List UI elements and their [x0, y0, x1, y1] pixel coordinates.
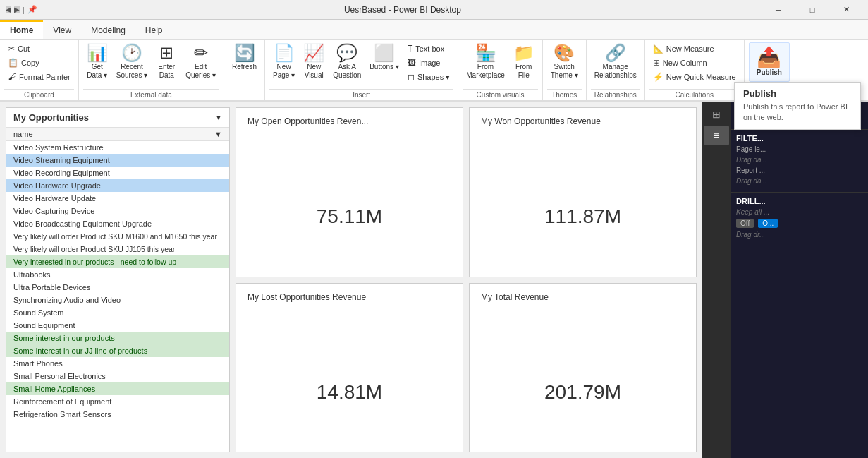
list-item[interactable]: Sound System: [6, 306, 229, 319]
list-item[interactable]: Reinforcement of Equipment: [6, 395, 229, 408]
new-visual-icon: 📈: [303, 44, 324, 61]
visualizations-icon-button[interactable]: ⊞: [704, 104, 729, 124]
edit-queries-icon: ✏: [194, 44, 208, 61]
list-item[interactable]: Smart Phones: [6, 357, 229, 370]
kpi-value-open: 75.11M: [247, 205, 451, 228]
enter-data-button[interactable]: ⊞ EnterData: [152, 42, 181, 82]
text-box-button[interactable]: T Text box: [404, 42, 453, 55]
panel-header: My Opportunities ▼: [6, 108, 229, 128]
list-item[interactable]: Some interest in our JJ line of products: [6, 344, 229, 357]
get-data-button[interactable]: 📊 GetData ▾: [83, 42, 111, 82]
insert-label: Insert: [269, 89, 453, 100]
list-item[interactable]: Video Broadcasting Equipment Upgrade: [6, 217, 229, 230]
list-item[interactable]: Video Streaming Equipment: [6, 154, 229, 167]
ribbon-group-custom-visuals: 🏪 FromMarketplace 📁 FromFile Custom visu…: [458, 40, 542, 100]
external-data-label: External data: [83, 89, 219, 100]
tab-modeling[interactable]: Modeling: [81, 20, 135, 39]
list-item[interactable]: Small Home Appliances: [6, 382, 229, 395]
separator: |: [23, 6, 25, 14]
back-button[interactable]: ◀: [6, 6, 11, 13]
ribbon-group-relationships: 🔗 ManageRelationships Relationships: [587, 40, 645, 100]
list-item[interactable]: Video System Restructure: [6, 141, 229, 154]
switch-theme-button[interactable]: 🎨 SwitchTheme ▾: [547, 42, 582, 82]
panel-title: My Opportunities: [13, 112, 89, 123]
list-item[interactable]: Ultrabooks: [6, 268, 229, 281]
edit-queries-button[interactable]: ✏ EditQueries ▾: [182, 42, 219, 82]
themes-label: Themes: [547, 89, 582, 100]
kpi-card-total[interactable]: My Total Revenue 201.79M: [469, 283, 697, 453]
new-page-button[interactable]: 📄 NewPage ▾: [269, 42, 298, 82]
drillthrough-toggle[interactable]: Off O...: [736, 216, 862, 231]
from-file-button[interactable]: 📁 FromFile: [510, 42, 538, 82]
left-panel: My Opportunities ▼ name ▼ Video System R…: [6, 107, 230, 452]
list-item[interactable]: Refrigeration Smart Sensors: [6, 408, 229, 421]
tab-help[interactable]: Help: [135, 20, 173, 39]
tab-home[interactable]: Home: [0, 20, 43, 39]
list-item[interactable]: Very likely will order Product SKU JJ105…: [6, 243, 229, 255]
refresh-button[interactable]: 🔄 Refresh: [228, 42, 260, 73]
publish-button[interactable]: 📤 Publish: [749, 42, 790, 82]
ribbon-group-calculations: 📐 New Measure ⊞ New Column ⚡ New Quick M…: [645, 40, 745, 100]
list-item[interactable]: Small Personal Electronics: [6, 370, 229, 382]
maximize-button[interactable]: □: [796, 0, 829, 20]
kpi-value-lost: 14.81M: [247, 381, 451, 404]
ribbon-group-refresh: 🔄 Refresh: [224, 40, 265, 100]
forward-button[interactable]: ▶: [14, 6, 20, 13]
panel-list[interactable]: Video System Restructure Video Streaming…: [6, 141, 229, 452]
new-column-button[interactable]: ⊞ New Column: [649, 56, 740, 69]
copy-icon: 📋: [8, 58, 18, 68]
list-item[interactable]: Video Hardware Update: [6, 192, 229, 205]
list-item[interactable]: Video Hardware Upgrade: [6, 179, 229, 192]
kpi-card-lost[interactable]: My Lost Opportunities Revenue 14.81M: [236, 283, 463, 453]
buttons-button[interactable]: ⬜ Buttons ▾: [366, 42, 403, 73]
window-action-buttons: ─ □ ✕: [762, 0, 862, 20]
filters-section: FILTE... Page le... Drag da... Report ..…: [731, 130, 868, 193]
manage-relationships-icon: 🔗: [605, 44, 626, 61]
from-marketplace-button[interactable]: 🏪 FromMarketplace: [463, 42, 508, 82]
list-item[interactable]: Some interest in our products: [6, 332, 229, 344]
list-item[interactable]: Video Capturing Device: [6, 205, 229, 217]
relationships-buttons: 🔗 ManageRelationships: [591, 42, 640, 88]
drillthrough-section: DRILL... Keep all ... Off O... Drag dr..…: [731, 193, 868, 243]
minimize-button[interactable]: ─: [762, 0, 795, 20]
recent-sources-button[interactable]: 🕑 RecentSources ▾: [113, 42, 151, 82]
get-data-icon: 📊: [87, 44, 108, 61]
clipboard-label: Clipboard: [4, 89, 74, 100]
fields-icon-button[interactable]: ≡: [704, 126, 729, 145]
new-column-icon: ⊞: [653, 58, 660, 68]
drag-placeholder: Drag dr...: [736, 231, 862, 239]
list-item[interactable]: Very likely will order Product SKU M1600…: [6, 230, 229, 243]
kpi-card-won[interactable]: My Won Opportunities Revenue 111.87M: [469, 107, 697, 277]
list-item[interactable]: Video Recording Equipment: [6, 167, 229, 179]
copy-button[interactable]: 📋 Copy: [4, 56, 74, 69]
new-quick-measure-button[interactable]: ⚡ New Quick Measure: [649, 71, 740, 83]
format-painter-button[interactable]: 🖌 Format Painter: [4, 71, 74, 83]
list-item[interactable]: Ultra Portable Devices: [6, 281, 229, 294]
publish-tooltip: Publish Publish this report to Power BI …: [734, 82, 861, 130]
filters-panel: Values Add da... FILTE... Page le... Dra…: [731, 102, 868, 458]
close-button[interactable]: ✕: [830, 0, 862, 20]
kpi-card-open[interactable]: My Open Opportunities Reven... 75.11M: [236, 107, 463, 277]
ribbon-group-external-data: 📊 GetData ▾ 🕑 RecentSources ▾ ⊞ EnterDat…: [79, 40, 224, 100]
tab-view[interactable]: View: [43, 20, 81, 39]
ask-question-button[interactable]: 💬 Ask AQuestion: [329, 42, 365, 82]
list-item[interactable]: Sound Equipment: [6, 319, 229, 332]
cut-button[interactable]: ✂ Cut: [4, 42, 74, 55]
insert-buttons: 📄 NewPage ▾ 📈 NewVisual 💬 Ask AQuestion …: [269, 42, 453, 88]
list-item[interactable]: Very interested in our products - need t…: [6, 255, 229, 268]
refresh-label: [228, 97, 260, 100]
list-item[interactable]: Synchronizing Audio and Video: [6, 294, 229, 306]
toggle-on-label: O...: [758, 219, 778, 228]
from-marketplace-icon: 🏪: [475, 44, 496, 61]
shapes-button[interactable]: ◻ Shapes ▾: [404, 71, 453, 83]
publish-icon: 📤: [757, 47, 781, 67]
new-visual-button[interactable]: 📈 NewVisual: [300, 42, 328, 82]
image-button[interactable]: 🖼 Image: [404, 56, 453, 69]
manage-relationships-button[interactable]: 🔗 ManageRelationships: [591, 42, 640, 82]
kpi-value-won: 111.87M: [481, 205, 685, 228]
tooltip-text: Publish this report to Power BI on the w…: [743, 102, 852, 123]
title-bar: ◀ ▶ | 📌 UesrBased - Power BI Desktop ─ □…: [0, 0, 868, 20]
from-file-icon: 📁: [513, 44, 534, 61]
report-title: Report ...: [736, 167, 862, 174]
new-measure-button[interactable]: 📐 New Measure: [649, 42, 740, 55]
